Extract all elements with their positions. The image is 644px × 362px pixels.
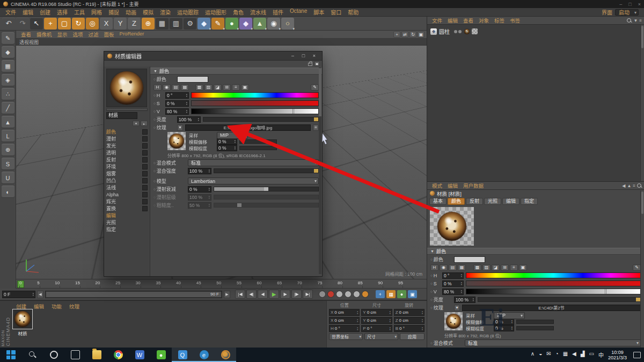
visibility-dots[interactable]	[454, 30, 462, 33]
material-editor-scrollbar[interactable]	[319, 68, 321, 274]
play-icon[interactable]: ▶	[269, 290, 279, 299]
maximize-button[interactable]: □	[628, 2, 631, 7]
menu-item[interactable]: 流水线	[247, 8, 269, 17]
viewport-menu-item[interactable]: 摄像机	[34, 31, 55, 38]
menu-item[interactable]: 网格	[88, 8, 105, 17]
add-spline[interactable]: ✎	[211, 18, 224, 29]
menu-item[interactable]: 运动图形	[202, 8, 230, 17]
brightness-field[interactable]: 100 %	[177, 116, 201, 123]
channel-row[interactable]: 凹凸	[106, 177, 148, 184]
material-tag-icon[interactable]	[464, 28, 470, 34]
key-scale-icon[interactable]	[345, 291, 352, 298]
layer-icon[interactable]: ≡	[510, 264, 518, 271]
back-icon[interactable]: ◀	[622, 183, 625, 188]
chevron-up-icon[interactable]: ∧	[531, 351, 535, 359]
render-view[interactable]: ▦	[156, 18, 169, 29]
texture-path-field[interactable]: E:\C4D\图片\logo咖啡.jpg	[185, 124, 311, 131]
goto-start-icon[interactable]: |◀	[235, 290, 245, 299]
next-frame-icon[interactable]: ▶	[280, 290, 290, 299]
channel-row[interactable]: 漫射	[106, 135, 148, 142]
value-field[interactable]: 80 %	[165, 108, 189, 115]
blur-offset-slider[interactable]	[239, 139, 277, 144]
menu-item[interactable]: 捕捉	[105, 8, 122, 17]
points-mode-icon[interactable]: ∴	[2, 88, 14, 100]
autokey-icon[interactable]	[327, 291, 334, 298]
hue-field[interactable]: 0 °	[442, 272, 464, 279]
channel-row[interactable]: 反射	[106, 156, 148, 163]
rotation-field[interactable]: P0 °	[361, 325, 392, 332]
sampling-dropdown[interactable]: MIP	[217, 132, 248, 139]
blur-scale-field[interactable]: 0 %	[217, 145, 237, 151]
material-channel-tab[interactable]: 指定	[521, 198, 538, 205]
mix-mode-dropdown[interactable]: 标准	[188, 159, 319, 166]
fresnel-icon[interactable]: ◪	[214, 84, 222, 91]
surface-icon[interactable]: ▣	[241, 84, 249, 91]
viewport-menu-item[interactable]: 显示	[55, 31, 70, 38]
material-channel-tab[interactable]: 光照	[484, 198, 501, 205]
clock[interactable]: 10:09 2021/3/3	[608, 350, 627, 360]
range-handle[interactable]: 90 F	[46, 292, 221, 297]
position-field[interactable]: Z0 cm	[394, 309, 425, 316]
cortana-icon[interactable]	[43, 348, 64, 362]
channel-row[interactable]: 颜色	[106, 128, 148, 135]
coordinate-system-dropdown[interactable]: 世界坐标	[329, 333, 363, 340]
polygons-mode-icon[interactable]: ▲	[2, 116, 14, 128]
add-primitive[interactable]: ◆	[197, 18, 210, 29]
pin-icon[interactable]: ▣	[314, 61, 320, 66]
object-row[interactable]: ◆ 圆柱	[427, 25, 644, 38]
key-position-icon[interactable]	[336, 291, 343, 298]
material-manager-menu-item[interactable]: 功能	[48, 302, 65, 311]
menu-item[interactable]: 选择	[54, 8, 71, 17]
object-mode-icon[interactable]: ⊕	[2, 144, 14, 156]
task-view-icon[interactable]	[64, 348, 86, 362]
diffuse-falloff-field[interactable]: 0 %	[188, 186, 211, 193]
material-channel-tab[interactable]: 反射	[466, 198, 483, 205]
network-icon[interactable]: ▟	[581, 351, 585, 359]
hsv-mode-icon[interactable]: H	[430, 264, 438, 271]
saturation-field[interactable]: 0 %	[165, 100, 189, 107]
mix-strength-field[interactable]: 100 %	[188, 168, 211, 174]
saturation-gradient-slider[interactable]	[191, 100, 319, 106]
material-editor-titlebar[interactable]: 材质编辑器 – □ ×	[104, 51, 322, 61]
texture-menu-icon[interactable]: ≡	[313, 124, 319, 131]
surface-icon[interactable]: ▣	[519, 264, 527, 271]
object-name[interactable]: 圆柱	[439, 27, 450, 35]
object-manager-menu-item[interactable]: 编辑	[445, 17, 460, 24]
close-button[interactable]: ×	[310, 53, 319, 60]
object-manager-menu-item[interactable]: 查看	[460, 17, 476, 24]
lock-icon[interactable]	[308, 63, 312, 66]
rotate-tool[interactable]: ↻	[72, 18, 85, 29]
channel-row[interactable]: Alpha	[106, 191, 148, 198]
edge-icon[interactable]: e	[193, 348, 215, 362]
color-wheel-icon[interactable]: ◉	[163, 84, 171, 91]
object-manager-menu-item[interactable]: 标签	[492, 17, 507, 24]
value-gradient-slider[interactable]	[466, 289, 641, 294]
viewport-menu-item[interactable]: 过滤	[86, 31, 101, 38]
menu-item[interactable]: 工具	[71, 8, 88, 17]
record-key-icon[interactable]	[319, 291, 326, 298]
display-icon[interactable]: ▦	[563, 351, 568, 359]
channel-checkbox[interactable]	[142, 171, 148, 176]
blur-scale-slider[interactable]	[239, 146, 277, 150]
shading-model-dropdown[interactable]: Lambertian	[188, 178, 319, 184]
burger-menu-icon[interactable]: ≡	[639, 18, 642, 23]
goto-end-icon[interactable]: ▶|	[303, 290, 313, 299]
swatches-mode-icon[interactable]: ▦	[458, 264, 466, 271]
search-icon[interactable]	[21, 348, 43, 362]
object-manager-menu-item[interactable]: 文件	[429, 17, 445, 24]
texture-thumbnail[interactable]	[444, 312, 463, 330]
viewport-menu-item[interactable]: 查看	[18, 31, 34, 38]
edges-mode-icon[interactable]: ╱	[2, 102, 14, 114]
current-frame-field[interactable]: 0 F	[2, 291, 35, 298]
object-manager-menu-item[interactable]: 书签	[507, 17, 523, 24]
fresnel-icon[interactable]: ◪	[492, 264, 500, 271]
hue-gradient-slider[interactable]	[466, 272, 641, 278]
menu-item[interactable]: 角色	[230, 8, 247, 17]
move-tool[interactable]: +	[44, 18, 57, 29]
input-method-icon[interactable]: 中	[598, 351, 604, 359]
color-section-header[interactable]: ▼ 颜色	[150, 68, 322, 75]
material-manager-menu-item[interactable]: 纹理	[66, 302, 83, 311]
material-channel-tab[interactable]: 基本	[429, 198, 447, 205]
render-picture-viewer[interactable]: ▥	[170, 18, 182, 29]
file-explorer-icon[interactable]	[86, 348, 107, 362]
